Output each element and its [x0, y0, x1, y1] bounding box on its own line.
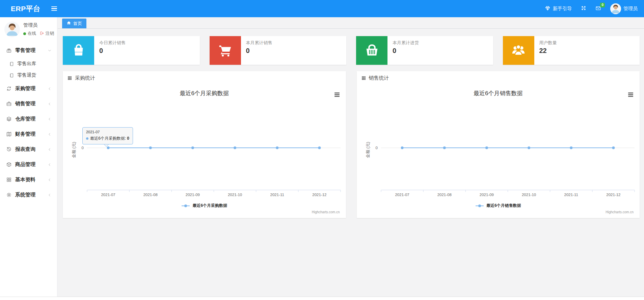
sidebar-user-panel: 管理员 在线 注销	[0, 17, 57, 42]
chart-title: 最近6个月采购数据	[63, 89, 346, 97]
sidebar-item-purchase[interactable]: 采购管理	[0, 81, 57, 96]
sidebar-subitem-label: 零售退货	[17, 72, 36, 78]
stat-card-title: 今日累计销售	[99, 40, 126, 46]
chevron-left-icon	[48, 87, 52, 91]
stat-card-value: 0	[246, 47, 272, 55]
sidebar-item-label: 销售管理	[15, 101, 35, 107]
legend-label: 最近6个月销售数据	[486, 203, 521, 209]
tooltip-series-label: 最近6个月采购数据	[90, 136, 125, 141]
sidebar-item-label: 仓库管理	[15, 116, 35, 122]
purchase-chart[interactable]: 最近6个月采购数据0金额 (元)2021-072021-082021-09202…	[63, 85, 346, 218]
sidebar-item-basic[interactable]: 基本资料	[0, 172, 57, 187]
panel-header: 采购统计	[63, 71, 346, 85]
messages-button[interactable]: 0	[595, 5, 601, 12]
legend-symbol	[475, 204, 484, 208]
chart-legend-item[interactable]: 最近6个月销售数据	[357, 203, 640, 209]
series-marker-dot	[86, 137, 88, 140]
tab-home[interactable]: 首页	[62, 19, 86, 28]
svg-text:2021-08: 2021-08	[143, 193, 158, 197]
briefcase-icon	[6, 101, 12, 107]
gem-icon	[545, 5, 551, 11]
legend-symbol	[181, 204, 190, 208]
sidebar-item-retail[interactable]: 零售管理	[0, 43, 57, 58]
svg-text:2021-12: 2021-12	[312, 193, 326, 197]
svg-text:2021-07: 2021-07	[395, 193, 409, 197]
svg-text:0: 0	[375, 146, 377, 150]
svg-text:2021-10: 2021-10	[521, 193, 536, 197]
highcharts-credits[interactable]: Highcharts.com.cn	[312, 210, 340, 214]
logout-link[interactable]: 注销	[40, 31, 54, 36]
sales-chart[interactable]: 最近6个月销售数据0金额 (元)2021-072021-082021-09202…	[357, 85, 640, 218]
purchase-stats-panel: 采购统计最近6个月采购数据0金额 (元)2021-072021-082021-0…	[63, 71, 346, 218]
stat-card-value: 0	[99, 47, 126, 55]
stat-card-icon-box	[63, 36, 94, 65]
user-name: 管理员	[623, 6, 638, 12]
legend-label: 最近6个月采购数据	[192, 203, 227, 209]
guide-link[interactable]: 新手引导	[545, 5, 572, 12]
chart-context-menu-button[interactable]	[333, 91, 341, 98]
chevron-left-icon	[48, 117, 52, 121]
highcharts-credits[interactable]: Highcharts.com.cn	[606, 210, 634, 214]
stat-card-user-count: 用户数量22	[503, 36, 640, 65]
tab-bar: 首页	[58, 17, 644, 29]
panel-header: 销售统计	[357, 71, 640, 85]
grid-icon	[6, 177, 12, 183]
chart-tooltip: 2021-07最近6个月采购数据: 0	[82, 127, 133, 144]
dropbox-icon	[6, 162, 12, 167]
sidebar-item-warehouse[interactable]: 仓库管理	[0, 111, 57, 127]
th-grid-icon	[361, 76, 366, 80]
stat-card-value: 22	[539, 47, 557, 55]
sidebar-item-label: 报表查询	[15, 146, 35, 153]
chart-plot-area[interactable]: 0金额 (元)2021-072021-082021-092021-102021-…	[63, 85, 346, 218]
svg-text:2021-07: 2021-07	[101, 193, 115, 197]
user-menu[interactable]: 管理员	[610, 3, 638, 14]
chart-plot-area[interactable]: 0金额 (元)2021-072021-082021-092021-102021-…	[357, 85, 640, 218]
chevron-left-icon	[48, 193, 52, 197]
home-icon	[66, 21, 71, 26]
guide-label: 新手引导	[553, 6, 572, 12]
sales-stats-panel: 销售统计最近6个月销售数据0金额 (元)2021-072021-082021-0…	[357, 71, 640, 218]
sidebar-subitem-label: 零售出库	[17, 61, 36, 67]
sidebar-item-retail-outbound[interactable]: 零售出库	[0, 58, 57, 70]
stat-card-icon-box	[210, 36, 241, 65]
stat-card-icon-box	[503, 36, 534, 65]
main-content: 首页 今日累计销售0本月累计销售0本月累计进货0用户数量22 采购统计最近6个月…	[58, 0, 644, 218]
chart-context-menu-button[interactable]	[627, 91, 634, 98]
sidebar-item-sales[interactable]: 销售管理	[0, 96, 57, 111]
sidebar-user-name: 管理员	[23, 22, 54, 28]
avatar-icon	[4, 22, 20, 37]
basket-icon	[364, 43, 380, 58]
avatar	[4, 22, 20, 37]
stat-card-month-purchase: 本月累计进货0	[356, 36, 493, 65]
chart-legend-item[interactable]: 最近6个月采购数据	[63, 203, 346, 209]
stat-card-title: 用户数量	[539, 40, 557, 46]
sidebar-item-label: 商品管理	[15, 161, 35, 168]
svg-text:金额 (元): 金额 (元)	[72, 142, 76, 158]
layers-icon	[6, 116, 12, 122]
page-footer	[0, 297, 644, 300]
avatar-icon	[610, 3, 621, 14]
sidebar-item-reports[interactable]: 报表查询	[0, 142, 57, 157]
sidebar-item-system[interactable]: 系统管理	[0, 187, 57, 202]
chart-title: 最近6个月销售数据	[357, 89, 640, 97]
online-status-dot	[23, 32, 26, 35]
sidebar-item-finance[interactable]: 财务管理	[0, 127, 57, 142]
top-navbar: ERP平台 新手引导 0 管理员	[0, 0, 644, 17]
tooltip-category: 2021-07	[86, 130, 129, 134]
svg-text:2021-08: 2021-08	[437, 193, 451, 197]
svg-text:2021-11: 2021-11	[564, 193, 578, 197]
sidebar-item-retail-return[interactable]: 零售退货	[0, 70, 57, 81]
svg-text:0: 0	[82, 146, 84, 150]
chevron-left-icon	[48, 163, 52, 167]
sidebar-toggle-button[interactable]	[49, 4, 59, 13]
sidebar-menu: 零售管理零售出库零售退货采购管理销售管理仓库管理财务管理报表查询商品管理基本资料…	[0, 43, 57, 202]
svg-text:2021-10: 2021-10	[228, 193, 242, 197]
tooltip-value: 0	[127, 136, 129, 141]
svg-text:2021-12: 2021-12	[606, 193, 620, 197]
avatar	[610, 3, 621, 14]
sidebar-item-label: 零售管理	[15, 47, 35, 54]
sidebar-item-goods[interactable]: 商品管理	[0, 157, 57, 172]
gear-icon	[6, 192, 12, 198]
fullscreen-button[interactable]	[581, 5, 586, 12]
panel-title: 采购统计	[75, 75, 95, 81]
